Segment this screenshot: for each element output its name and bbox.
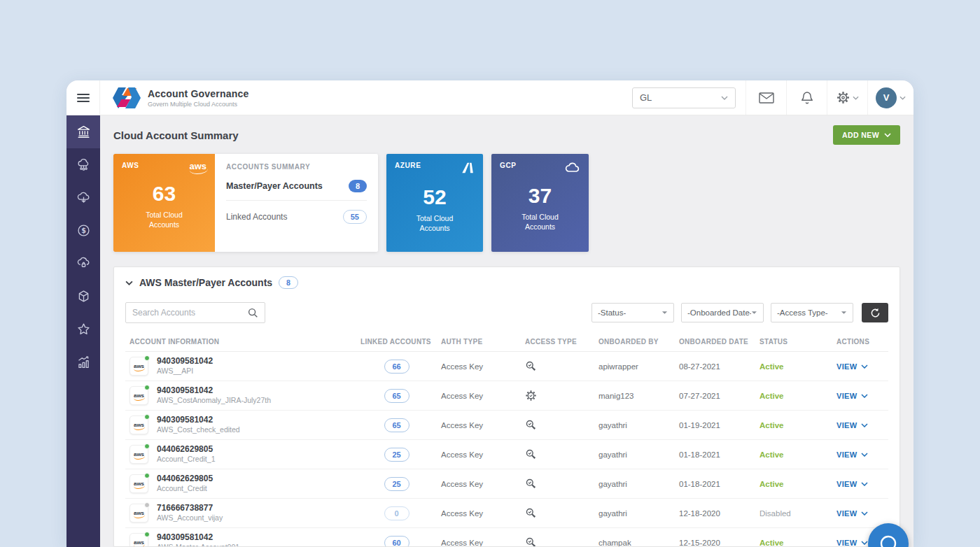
access-key-icon (525, 478, 537, 490)
cube-icon (76, 289, 91, 304)
aws-account-icon: aws (130, 474, 148, 493)
chat-icon (878, 533, 899, 547)
view-label: VIEW (836, 392, 857, 400)
onboarded-date-cell: 01-18-2021 (675, 480, 755, 488)
col-actions: ACTIONS (832, 338, 888, 346)
aws-account-icon: aws (130, 533, 148, 546)
language-select[interactable]: GL (632, 87, 736, 108)
page-title: Cloud Account Summary (113, 129, 239, 141)
panel-count-badge: 8 (279, 276, 298, 289)
chevron-down-icon (125, 280, 133, 285)
table-row: aws 940309581042 AWS__API 66 Access Key (125, 352, 888, 381)
view-action-button[interactable]: VIEW (836, 509, 868, 518)
sidebar-item-cost[interactable]: $ (66, 214, 100, 247)
status-filter[interactable]: -Status- (592, 303, 674, 322)
onboarded-by-cell: gayathri (594, 421, 675, 429)
account-info-cell: aws 940309581042 AWS_Cost_check_edited (125, 415, 356, 435)
access-type-cell (521, 448, 594, 460)
accounts-summary-panel: ACCOUNTS SUMMARY Master/Payer Accounts 8… (215, 154, 378, 252)
linked-accounts-cell: 65 (356, 418, 437, 432)
linked-accounts-badge: 66 (384, 360, 410, 374)
svg-text:$: $ (81, 227, 86, 234)
search-icon[interactable] (248, 308, 258, 318)
add-new-button[interactable]: ADD NEW (833, 125, 900, 145)
view-action-button[interactable]: VIEW (836, 539, 868, 547)
onboarded-by-cell: gayathri (594, 480, 675, 488)
panel-title: AWS Master/Payer Accounts (139, 277, 272, 288)
view-action-button[interactable]: VIEW (836, 362, 868, 371)
messages-button[interactable] (746, 80, 786, 115)
view-label: VIEW (836, 450, 857, 459)
status-badge: Active (760, 480, 784, 488)
chevron-down-icon (884, 133, 891, 137)
col-onboarded-by: ONBOARDED BY (594, 338, 675, 346)
status-badge: Active (760, 421, 784, 429)
app-header: Account Governance Govern Multiple Cloud… (66, 80, 913, 115)
linked-accounts-label: Linked Accounts (226, 212, 287, 222)
azure-logo-icon (461, 162, 475, 174)
access-type-cell (521, 537, 594, 546)
view-action-button[interactable]: VIEW (836, 421, 868, 429)
brand-logo-block[interactable]: Account Governance Govern Multiple Cloud… (100, 87, 248, 108)
col-access-type: ACCESS TYPE (521, 338, 594, 346)
view-label: VIEW (836, 362, 857, 371)
sidebar-item-cloud-security[interactable] (66, 247, 100, 280)
search-input[interactable] (132, 308, 248, 318)
access-type-cell (521, 390, 594, 402)
star-icon (76, 322, 91, 336)
reset-filters-button[interactable] (862, 303, 888, 322)
chevron-down-icon (841, 311, 847, 315)
auth-type-cell: Access Key (437, 480, 521, 488)
status-dot (144, 473, 150, 478)
sidebar-nav: $ (66, 115, 100, 547)
auth-type-cell: Access Key (437, 450, 521, 459)
sidebar-item-cloud-network[interactable] (66, 148, 100, 181)
aws-total-count: 63 (122, 183, 206, 204)
app-subtitle: Govern Multiple Cloud Accounts (148, 101, 248, 108)
account-id: 940309581042 (157, 385, 271, 397)
search-accounts-box (125, 302, 265, 323)
user-menu-button[interactable]: V (867, 80, 913, 115)
chevron-down-icon (853, 96, 859, 100)
aws-logo-icon: aws (189, 162, 206, 171)
sidebar-item-resources[interactable] (66, 280, 100, 313)
linked-accounts-badge: 60 (384, 536, 410, 547)
aws-summary-card[interactable]: AWS aws 63 Total Cloud Accounts ACCOUNTS… (113, 154, 378, 252)
account-name: AWS_Account_vijay (157, 513, 223, 523)
onboarded-date-cell: 12-15-2020 (675, 539, 755, 547)
linked-accounts-badge: 0 (384, 506, 410, 520)
table-row: aws 940309581042 AWS_CostAnomaly_JIRA-Ju… (125, 381, 888, 411)
accounts-table: ACCOUNT INFORMATION LINKED ACCOUNTS AUTH… (114, 332, 899, 546)
linked-accounts-badge: 65 (384, 418, 410, 432)
sidebar-item-cloud-onboard[interactable] (66, 181, 100, 214)
chevron-down-icon (861, 511, 868, 516)
account-info-cell: aws 940309581042 AWS__API (125, 356, 356, 376)
view-action-button[interactable]: VIEW (836, 450, 868, 459)
table-row: aws 044062629805 Account_Credit 25 Acces… (125, 469, 888, 499)
access-type-filter[interactable]: -Access Type- (771, 303, 853, 322)
hamburger-menu-button[interactable] (66, 80, 100, 115)
notifications-button[interactable] (786, 80, 827, 115)
view-action-button[interactable]: VIEW (836, 480, 868, 488)
sidebar-item-favorites[interactable] (66, 313, 100, 346)
onboarded-by-cell: manig123 (594, 392, 675, 400)
access-key-icon (525, 537, 537, 546)
azure-card-label: AZURE (395, 162, 421, 169)
sidebar-item-analytics[interactable] (66, 346, 100, 378)
onboarded-date-filter[interactable]: -Onboarded Date- (681, 303, 764, 322)
azure-summary-card[interactable]: AZURE 52 Total Cloud Accounts (386, 154, 483, 252)
sidebar-item-governance[interactable] (66, 115, 100, 148)
panel-collapse-header[interactable]: AWS Master/Payer Accounts 8 (114, 267, 899, 297)
view-action-button[interactable]: VIEW (836, 392, 868, 400)
azure-total-count: 52 (395, 187, 475, 208)
settings-button[interactable] (827, 80, 867, 115)
col-auth-type: AUTH TYPE (437, 338, 521, 346)
linked-accounts-cell: 65 (356, 389, 437, 403)
chevron-down-icon (861, 453, 868, 457)
onboarded-by-cell: gayathri (594, 450, 675, 459)
gcp-summary-card[interactable]: GCP 37 Total Cloud Accounts (491, 154, 589, 252)
chevron-down-icon (861, 482, 868, 486)
linked-accounts-count-badge: 55 (343, 210, 367, 224)
linked-accounts-badge: 25 (384, 477, 410, 491)
access-key-icon (525, 360, 537, 372)
